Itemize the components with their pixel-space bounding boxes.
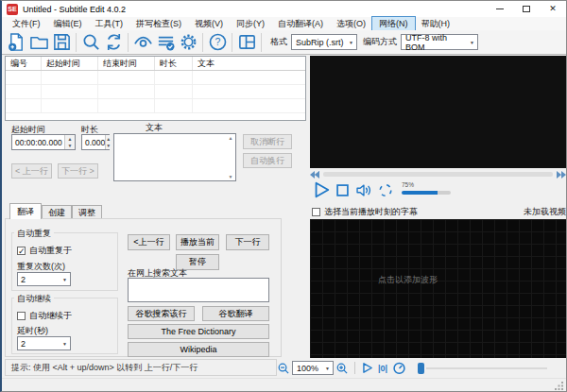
spinner-arrows-icon[interactable]: ▲▼ bbox=[105, 135, 111, 149]
web-search-text-area[interactable] bbox=[128, 278, 269, 302]
google-search-button[interactable]: 谷歌搜索该行 bbox=[128, 306, 195, 321]
waveform-position-slider-track[interactable] bbox=[426, 367, 547, 369]
menu-options[interactable]: 选项(O) bbox=[330, 17, 372, 31]
column-text[interactable]: 文本 bbox=[193, 57, 305, 70]
layout-button[interactable] bbox=[236, 32, 257, 53]
title-bar[interactable]: SE Untitled - Subtitle Edit 4.0.2 ✕ bbox=[2, 1, 566, 17]
unbreak-button[interactable]: 取消断行 bbox=[243, 134, 292, 149]
toolbar-separator bbox=[232, 33, 232, 52]
column-start-time[interactable]: 起始时间 bbox=[42, 57, 98, 70]
toolbar-separator bbox=[354, 362, 355, 374]
google-translate-button[interactable]: 谷歌翻译 bbox=[202, 306, 269, 321]
maximize-button[interactable] bbox=[513, 1, 540, 17]
tab-create[interactable]: 创建 bbox=[42, 205, 72, 219]
replace-button[interactable] bbox=[103, 32, 124, 53]
textarea-scrollbar[interactable]: ▲▼ bbox=[226, 134, 235, 180]
encoding-combobox[interactable]: UTF-8 with BOM ▼ bbox=[401, 34, 478, 50]
fullscreen-button[interactable] bbox=[377, 182, 394, 198]
spinner-arrows-icon[interactable]: ▲▼ bbox=[64, 135, 75, 149]
visual-sync-button[interactable] bbox=[132, 32, 153, 53]
video-display[interactable] bbox=[310, 56, 566, 168]
table-row[interactable] bbox=[6, 71, 305, 85]
menu-video[interactable]: 视频(V) bbox=[188, 17, 230, 31]
zoom-in-button[interactable] bbox=[335, 362, 349, 375]
waveform-position-slider-handle[interactable] bbox=[418, 363, 424, 374]
resize-grip-icon[interactable] bbox=[555, 382, 563, 390]
minimize-icon bbox=[496, 9, 504, 9]
start-time-spinner[interactable]: 00:00:00.000 ▲▼ bbox=[11, 134, 76, 150]
next-line-button[interactable]: 下一行 > bbox=[58, 163, 98, 179]
menu-file[interactable]: 文件(F) bbox=[6, 17, 47, 31]
settings-button[interactable] bbox=[178, 32, 198, 53]
subtitle-text-input[interactable] bbox=[114, 134, 235, 180]
menu-help[interactable]: 帮助(H) bbox=[415, 17, 457, 31]
seek-track[interactable] bbox=[323, 172, 553, 177]
seek-back-icon[interactable] bbox=[310, 171, 319, 179]
scroll-up-icon[interactable]: ▲ bbox=[226, 135, 235, 141]
reset-position-button[interactable]: |0| bbox=[378, 364, 387, 373]
minimize-button[interactable] bbox=[487, 1, 513, 17]
waveform-play-button[interactable] bbox=[361, 362, 373, 374]
menu-sync[interactable]: 同步(Y) bbox=[230, 17, 271, 31]
menu-networking[interactable]: 网络(N) bbox=[372, 17, 415, 31]
open-file-button[interactable] bbox=[28, 32, 49, 53]
toolbar-separator bbox=[202, 33, 203, 52]
subtitle-list[interactable]: 编号 起始时间 结束时间 时长 文本 bbox=[5, 56, 306, 121]
auto-continue-checkbox-row[interactable]: 自动继续于 bbox=[17, 310, 72, 322]
auto-continue-checkbox[interactable] bbox=[17, 312, 26, 320]
repeat-count-combobox[interactable]: 2 ▼ bbox=[17, 272, 71, 286]
waveform-zoom-combobox[interactable]: 100% ▼ bbox=[292, 361, 334, 375]
new-file-button[interactable] bbox=[6, 32, 26, 53]
auto-repeat-checkbox-row[interactable]: 自动重复于 bbox=[17, 245, 72, 257]
show-subtitle-checkbox[interactable] bbox=[312, 208, 320, 216]
auto-wrap-button[interactable]: 自动换行 bbox=[243, 153, 292, 168]
menu-edit[interactable]: 编辑(E) bbox=[47, 17, 89, 31]
mute-button[interactable] bbox=[354, 182, 373, 198]
column-end-time[interactable]: 结束时间 bbox=[98, 57, 155, 70]
wikipedia-button[interactable]: Wikipedia bbox=[128, 342, 269, 357]
tab-adjust[interactable]: 调整 bbox=[72, 205, 102, 219]
subtitle-overlay-row: 选择当前播放时刻的字幕 未加载视频 bbox=[312, 206, 566, 218]
save-button[interactable] bbox=[51, 32, 72, 53]
waveform-toolbar: 100% ▼ |0| bbox=[275, 359, 566, 377]
menu-spellcheck[interactable]: 拼写检查(S) bbox=[129, 17, 188, 31]
seek-forward-icon[interactable] bbox=[557, 171, 566, 179]
menu-auto-translate[interactable]: 自动翻译(A) bbox=[271, 17, 330, 31]
spell-check-button[interactable] bbox=[155, 32, 176, 53]
delay-combobox[interactable]: 2 ▼ bbox=[17, 336, 71, 350]
fullscreen-icon bbox=[377, 182, 394, 198]
find-button[interactable] bbox=[80, 32, 101, 53]
gear-icon bbox=[179, 32, 198, 52]
web-search-input[interactable] bbox=[129, 279, 268, 301]
subtitle-edit-window: { "window": { "title": "Untitled - Subti… bbox=[0, 0, 567, 392]
volume-slider[interactable]: 75% bbox=[402, 182, 451, 197]
translate-prev-line-button[interactable]: <上一行 bbox=[128, 234, 170, 250]
table-row[interactable] bbox=[6, 85, 305, 99]
zoom-out-button[interactable] bbox=[277, 362, 290, 375]
waveform-zoom-value: 100% bbox=[297, 364, 318, 373]
video-seek-bar[interactable] bbox=[310, 170, 566, 179]
help-button[interactable]: ? bbox=[207, 32, 228, 53]
menu-tools[interactable]: 工具(T) bbox=[89, 17, 130, 31]
translate-next-line-button[interactable]: 下一行 bbox=[226, 234, 269, 250]
free-dictionary-button[interactable]: The Free Dictionary bbox=[128, 324, 269, 339]
table-row[interactable] bbox=[6, 99, 305, 113]
play-button[interactable] bbox=[312, 180, 331, 199]
stop-button[interactable] bbox=[335, 182, 351, 198]
playback-speed-button[interactable] bbox=[392, 361, 406, 375]
scroll-down-icon[interactable]: ▼ bbox=[226, 174, 235, 179]
waveform-area[interactable]: 点击以添加波形 bbox=[310, 219, 566, 358]
play-current-button[interactable]: 播放当前 bbox=[176, 234, 219, 250]
search-icon bbox=[81, 32, 101, 52]
subtitle-text-area[interactable]: ▲▼ bbox=[113, 133, 236, 181]
tab-translate[interactable]: 翻译 bbox=[9, 203, 42, 219]
play-icon bbox=[312, 180, 331, 199]
format-combobox[interactable]: SubRip (.srt) ▼ bbox=[291, 34, 357, 50]
column-duration[interactable]: 时长 bbox=[155, 57, 193, 70]
auto-repeat-checkbox[interactable] bbox=[17, 247, 26, 255]
column-number[interactable]: 编号 bbox=[6, 57, 42, 70]
duration-spinner[interactable]: 0.000 ▲▼ bbox=[81, 134, 110, 150]
volume-track[interactable] bbox=[402, 191, 451, 195]
close-button[interactable]: ✕ bbox=[540, 1, 566, 17]
prev-line-button[interactable]: < 上一行 bbox=[11, 163, 52, 179]
